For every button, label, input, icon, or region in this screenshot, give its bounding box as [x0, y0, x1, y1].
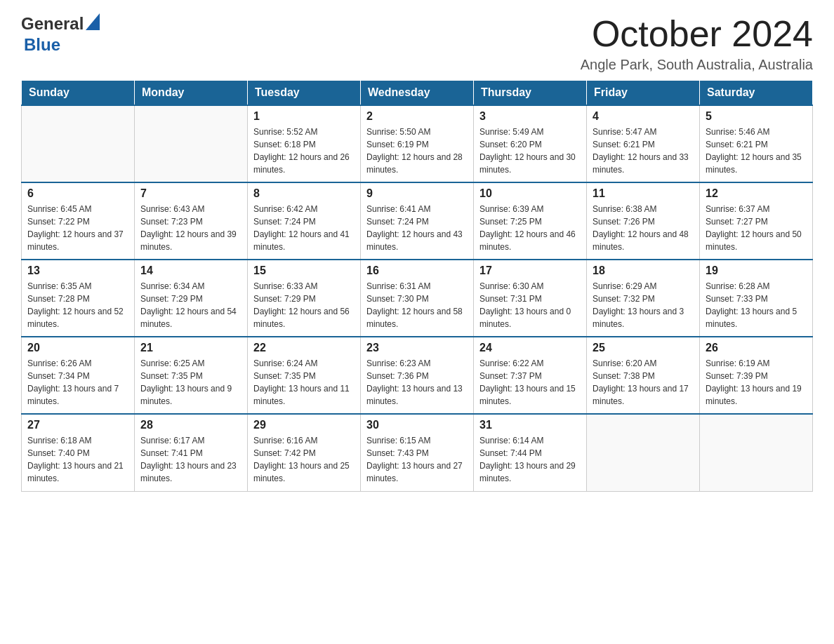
day-info: Sunrise: 6:37 AMSunset: 7:27 PMDaylight:…	[706, 203, 807, 253]
header-sunday: Sunday	[22, 81, 135, 106]
calendar-title: October 2024	[581, 14, 813, 54]
day-number: 31	[479, 419, 581, 431]
day-number: 4	[593, 110, 694, 123]
day-cell: 26Sunrise: 6:19 AMSunset: 7:39 PMDayligh…	[700, 337, 813, 414]
header-saturday: Saturday	[700, 81, 813, 106]
day-number: 2	[366, 110, 468, 123]
day-number: 7	[140, 187, 241, 200]
day-number: 19	[706, 264, 807, 277]
day-cell: 27Sunrise: 6:18 AMSunset: 7:40 PMDayligh…	[22, 414, 135, 491]
day-cell: 30Sunrise: 6:15 AMSunset: 7:43 PMDayligh…	[361, 414, 474, 491]
day-cell: 23Sunrise: 6:23 AMSunset: 7:36 PMDayligh…	[361, 337, 474, 414]
day-info: Sunrise: 6:33 AMSunset: 7:29 PMDaylight:…	[253, 280, 355, 330]
day-cell: 2Sunrise: 5:50 AMSunset: 6:19 PMDaylight…	[361, 105, 474, 182]
day-number: 22	[253, 342, 355, 354]
day-number: 12	[706, 187, 807, 200]
day-number: 24	[479, 342, 581, 354]
header-friday: Friday	[587, 81, 700, 106]
day-info: Sunrise: 6:43 AMSunset: 7:23 PMDaylight:…	[140, 203, 241, 253]
day-number: 10	[479, 187, 581, 200]
day-info: Sunrise: 5:47 AMSunset: 6:21 PMDaylight:…	[593, 126, 694, 176]
logo-triangle-icon	[86, 13, 100, 30]
day-info: Sunrise: 6:38 AMSunset: 7:26 PMDaylight:…	[593, 203, 694, 253]
day-info: Sunrise: 6:25 AMSunset: 7:35 PMDaylight:…	[140, 357, 241, 408]
day-info: Sunrise: 6:30 AMSunset: 7:31 PMDaylight:…	[479, 280, 581, 330]
day-number: 29	[253, 419, 355, 431]
day-info: Sunrise: 6:20 AMSunset: 7:38 PMDaylight:…	[593, 357, 694, 408]
weekday-header-row: Sunday Monday Tuesday Wednesday Thursday…	[22, 81, 813, 106]
day-cell: 7Sunrise: 6:43 AMSunset: 7:23 PMDaylight…	[135, 182, 248, 260]
day-info: Sunrise: 6:41 AMSunset: 7:24 PMDaylight:…	[366, 203, 468, 253]
calendar-table: Sunday Monday Tuesday Wednesday Thursday…	[21, 80, 813, 492]
day-info: Sunrise: 5:46 AMSunset: 6:21 PMDaylight:…	[706, 126, 807, 176]
day-number: 21	[140, 342, 241, 354]
day-number: 9	[366, 187, 468, 200]
day-number: 23	[366, 342, 468, 354]
day-info: Sunrise: 6:15 AMSunset: 7:43 PMDaylight:…	[366, 434, 468, 485]
week-row-3: 13Sunrise: 6:35 AMSunset: 7:28 PMDayligh…	[22, 260, 813, 337]
day-cell: 3Sunrise: 5:49 AMSunset: 6:20 PMDaylight…	[474, 105, 587, 182]
day-info: Sunrise: 6:24 AMSunset: 7:35 PMDaylight:…	[253, 357, 355, 408]
day-number: 20	[27, 342, 128, 354]
day-number: 1	[253, 110, 355, 123]
day-info: Sunrise: 6:17 AMSunset: 7:41 PMDaylight:…	[140, 434, 241, 485]
day-cell: 8Sunrise: 6:42 AMSunset: 7:24 PMDaylight…	[248, 182, 361, 260]
day-cell: 10Sunrise: 6:39 AMSunset: 7:25 PMDayligh…	[474, 182, 587, 260]
logo-row2: Blue	[24, 35, 60, 55]
day-cell	[22, 105, 135, 182]
day-cell: 13Sunrise: 6:35 AMSunset: 7:28 PMDayligh…	[22, 260, 135, 337]
logo: General Blue	[21, 14, 147, 63]
day-info: Sunrise: 6:35 AMSunset: 7:28 PMDaylight:…	[27, 280, 128, 330]
day-cell: 16Sunrise: 6:31 AMSunset: 7:30 PMDayligh…	[361, 260, 474, 337]
logo-blue: Blue	[24, 35, 60, 54]
day-cell: 4Sunrise: 5:47 AMSunset: 6:21 PMDaylight…	[587, 105, 700, 182]
day-info: Sunrise: 6:18 AMSunset: 7:40 PMDaylight:…	[27, 434, 128, 485]
day-cell: 17Sunrise: 6:30 AMSunset: 7:31 PMDayligh…	[474, 260, 587, 337]
page-header: General Blue October 2024 Angle Park, So…	[21, 14, 813, 73]
day-cell: 18Sunrise: 6:29 AMSunset: 7:32 PMDayligh…	[587, 260, 700, 337]
day-cell: 6Sunrise: 6:45 AMSunset: 7:22 PMDaylight…	[22, 182, 135, 260]
week-row-2: 6Sunrise: 6:45 AMSunset: 7:22 PMDaylight…	[22, 182, 813, 260]
day-number: 13	[27, 264, 128, 277]
day-cell: 28Sunrise: 6:17 AMSunset: 7:41 PMDayligh…	[135, 414, 248, 491]
day-number: 6	[27, 187, 128, 200]
day-number: 28	[140, 419, 241, 431]
calendar-subtitle: Angle Park, South Australia, Australia	[581, 57, 813, 73]
day-number: 14	[140, 264, 241, 277]
day-number: 26	[706, 342, 807, 354]
day-info: Sunrise: 6:42 AMSunset: 7:24 PMDaylight:…	[253, 203, 355, 253]
day-cell: 14Sunrise: 6:34 AMSunset: 7:29 PMDayligh…	[135, 260, 248, 337]
day-info: Sunrise: 6:14 AMSunset: 7:44 PMDaylight:…	[479, 434, 581, 485]
day-number: 16	[366, 264, 468, 277]
day-cell: 15Sunrise: 6:33 AMSunset: 7:29 PMDayligh…	[248, 260, 361, 337]
day-cell: 24Sunrise: 6:22 AMSunset: 7:37 PMDayligh…	[474, 337, 587, 414]
day-number: 18	[593, 264, 694, 277]
week-row-1: 1Sunrise: 5:52 AMSunset: 6:18 PMDaylight…	[22, 105, 813, 182]
day-cell: 19Sunrise: 6:28 AMSunset: 7:33 PMDayligh…	[700, 260, 813, 337]
header-wednesday: Wednesday	[361, 81, 474, 106]
day-info: Sunrise: 6:26 AMSunset: 7:34 PMDaylight:…	[27, 357, 128, 408]
day-info: Sunrise: 6:23 AMSunset: 7:36 PMDaylight:…	[366, 357, 468, 408]
day-number: 15	[253, 264, 355, 277]
svg-marker-0	[86, 13, 100, 30]
day-number: 17	[479, 264, 581, 277]
header-thursday: Thursday	[474, 81, 587, 106]
week-row-5: 27Sunrise: 6:18 AMSunset: 7:40 PMDayligh…	[22, 414, 813, 491]
day-number: 3	[479, 110, 581, 123]
title-section: October 2024 Angle Park, South Australia…	[581, 14, 813, 73]
day-info: Sunrise: 6:28 AMSunset: 7:33 PMDaylight:…	[706, 280, 807, 330]
day-cell: 22Sunrise: 6:24 AMSunset: 7:35 PMDayligh…	[248, 337, 361, 414]
header-monday: Monday	[135, 81, 248, 106]
day-info: Sunrise: 5:49 AMSunset: 6:20 PMDaylight:…	[479, 126, 581, 176]
day-info: Sunrise: 6:22 AMSunset: 7:37 PMDaylight:…	[479, 357, 581, 408]
day-info: Sunrise: 6:45 AMSunset: 7:22 PMDaylight:…	[27, 203, 128, 253]
day-info: Sunrise: 6:19 AMSunset: 7:39 PMDaylight:…	[706, 357, 807, 408]
day-number: 11	[593, 187, 694, 200]
day-cell: 31Sunrise: 6:14 AMSunset: 7:44 PMDayligh…	[474, 414, 587, 491]
day-cell: 1Sunrise: 5:52 AMSunset: 6:18 PMDaylight…	[248, 105, 361, 182]
day-number: 8	[253, 187, 355, 200]
day-info: Sunrise: 6:16 AMSunset: 7:42 PMDaylight:…	[253, 434, 355, 485]
day-info: Sunrise: 6:34 AMSunset: 7:29 PMDaylight:…	[140, 280, 241, 330]
day-cell	[587, 414, 700, 491]
day-number: 25	[593, 342, 694, 354]
